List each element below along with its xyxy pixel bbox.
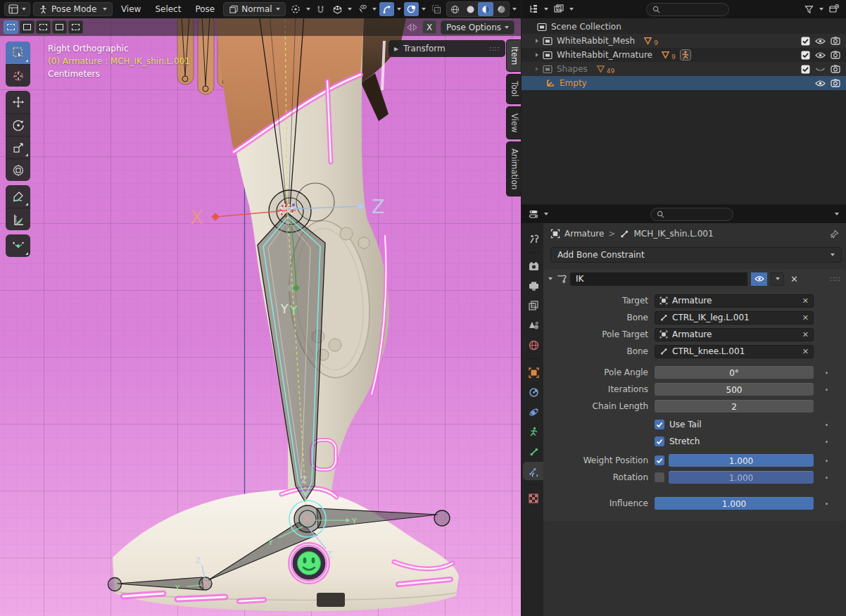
properties-search-input[interactable] [650, 208, 733, 221]
iterations-slider[interactable]: 500 [655, 383, 814, 396]
ik-target-circle[interactable] [434, 510, 450, 526]
animate-dot[interactable] [826, 389, 828, 391]
tab-scene-properties[interactable] [524, 316, 543, 334]
show-gizmo-toggle[interactable] [379, 2, 394, 16]
exclude-checkbox-checked[interactable] [801, 65, 810, 74]
tab-tool[interactable]: Tool [506, 74, 521, 103]
shading-rendered-button[interactable] [493, 2, 509, 16]
weight-position-checkbox[interactable] [655, 455, 664, 465]
properties-editor-type-button[interactable] [526, 207, 541, 221]
camera-render-icon[interactable] [831, 65, 840, 73]
rotation-checkbox-unchecked[interactable] [655, 472, 664, 482]
shading-solid-button[interactable] [462, 2, 478, 16]
editor-type-button[interactable] [4, 2, 30, 16]
exclude-checkbox-checked[interactable] [801, 51, 810, 60]
select-mode-invert[interactable] [52, 20, 67, 34]
outliner-row-shapes[interactable]: Shapes 49 [522, 62, 846, 76]
outliner-editor-chevron[interactable] [544, 8, 548, 11]
camera-render-icon[interactable] [831, 37, 840, 45]
pole-bone-field[interactable]: CTRL_knee.L.001 ✕ [655, 345, 814, 358]
viewport-scene[interactable]: X Z Y Y Z Y Y Z Y Z [0, 0, 521, 616]
outliner-row-whiterabbit-armature[interactable]: WhiteRabbit_Armature 9 [522, 48, 846, 62]
tool-scale[interactable] [6, 136, 30, 158]
animate-dot[interactable] [826, 441, 828, 443]
outliner-editor-type-button[interactable] [526, 2, 541, 16]
clear-pole-bone-icon[interactable]: ✕ [802, 347, 809, 356]
pivot-chevron[interactable] [306, 8, 310, 11]
tab-armature-data-properties[interactable] [524, 422, 543, 441]
tool-measure[interactable] [6, 208, 30, 230]
menu-select[interactable]: Select [149, 4, 187, 14]
select-mode-intersect[interactable] [68, 20, 83, 34]
pole-angle-slider[interactable]: 0° [655, 366, 814, 379]
snap-toggle[interactable] [313, 2, 328, 16]
tab-render-properties[interactable] [524, 257, 543, 275]
mirror-x-toggle[interactable]: X [422, 20, 436, 34]
animate-dot[interactable] [826, 477, 828, 479]
expand-arrow-icon[interactable] [536, 67, 538, 71]
influence-slider[interactable]: 1.000 [655, 497, 814, 510]
panel-collapse-chevron[interactable] [548, 277, 553, 280]
outliner-search-input[interactable] [646, 3, 729, 16]
tool-transform[interactable] [6, 158, 30, 181]
animate-dot[interactable] [826, 424, 828, 426]
gizmo-chevron[interactable] [397, 8, 401, 11]
display-mode-chevron[interactable] [569, 8, 574, 11]
select-mode-set[interactable] [4, 20, 18, 34]
chain-length-slider[interactable]: 2 [655, 400, 814, 413]
target-field[interactable]: Armature ✕ [655, 294, 814, 308]
clear-pole-target-icon[interactable]: ✕ [802, 330, 809, 339]
pole-target-field[interactable]: Armature ✕ [655, 328, 814, 341]
transform-panel-collapsed[interactable]: ▸ Transform ∷∷ [389, 40, 505, 57]
exclude-checkbox-checked[interactable] [801, 37, 810, 46]
constraint-extras-dropdown[interactable] [771, 272, 784, 286]
pin-icon[interactable] [830, 230, 839, 239]
constraint-drag-handle[interactable]: ∷∷ [830, 275, 840, 283]
tool-cursor[interactable] [6, 64, 30, 87]
constraint-enable-eye-button[interactable] [751, 272, 767, 286]
snap-chevron[interactable] [348, 8, 352, 11]
bone-field[interactable]: CTRL_IK_leg.L.001 ✕ [655, 311, 814, 325]
select-mode-extend[interactable] [20, 20, 34, 34]
eye-hidden-icon[interactable] [815, 65, 826, 73]
properties-editor-chevron[interactable] [544, 213, 548, 215]
stretch-checkbox[interactable] [655, 436, 664, 446]
use-tail-checkbox[interactable] [655, 420, 664, 429]
show-overlays-toggle[interactable] [404, 2, 419, 16]
clear-bone-icon[interactable]: ✕ [802, 313, 809, 322]
animate-dot[interactable] [826, 503, 828, 505]
tool-annotate[interactable] [6, 185, 30, 208]
tab-animation[interactable]: Animation [506, 142, 521, 197]
eye-visible-icon[interactable] [815, 51, 826, 59]
tab-world-properties[interactable] [524, 336, 543, 354]
tab-view[interactable]: View [506, 106, 521, 139]
xray-toggle[interactable] [429, 2, 443, 16]
constraint-name-field[interactable]: IK [570, 272, 747, 286]
mode-dropdown[interactable]: Pose Mode [33, 2, 113, 16]
weight-position-slider[interactable]: 1.000 [669, 454, 814, 467]
tab-bone-constraints-active[interactable] [523, 462, 543, 480]
outliner-row-whiterabbit-mesh[interactable]: WhiteRabbit_Mesh 9 [522, 34, 846, 48]
clear-target-icon[interactable]: ✕ [802, 296, 809, 306]
camera-render-icon[interactable] [831, 51, 840, 59]
tab-bone-properties[interactable] [524, 442, 543, 460]
tool-rotate[interactable] [6, 113, 30, 136]
camera-render-icon[interactable] [831, 79, 840, 87]
breadcrumb-object[interactable]: Armature [564, 229, 604, 239]
eye-visible-icon[interactable] [815, 37, 826, 45]
object-visibility-dropdown[interactable] [355, 2, 370, 16]
tool-pose-breakdowner[interactable] [6, 234, 30, 257]
tab-output-properties[interactable] [524, 277, 543, 295]
constraint-delete-button[interactable]: ✕ [788, 274, 801, 284]
expand-arrow-icon[interactable] [536, 39, 538, 43]
animate-dot[interactable] [826, 372, 828, 374]
breadcrumb-bone[interactable]: MCH_IK_shin.L.001 [633, 229, 713, 239]
outliner-display-mode-button[interactable] [551, 2, 567, 16]
shading-chevron[interactable] [512, 8, 517, 11]
shading-material-button[interactable] [478, 2, 493, 16]
pivot-point-dropdown[interactable] [289, 2, 303, 16]
visibility-chevron[interactable] [372, 8, 377, 11]
animate-dot[interactable] [826, 460, 828, 462]
rotation-slider-disabled[interactable]: 1.000 [669, 471, 814, 484]
tab-tool-properties[interactable] [524, 230, 543, 248]
